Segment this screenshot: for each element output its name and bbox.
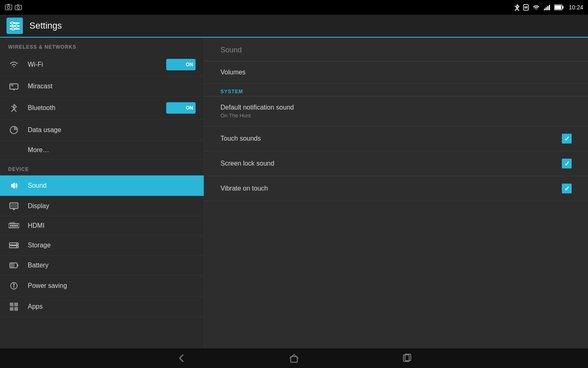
sidebar-item-apps[interactable]: Apps (0, 296, 204, 317)
content-item-volumes[interactable]: Volumes (204, 61, 588, 84)
screen-lock-sound-info: Screen lock sound (220, 160, 562, 167)
svg-rect-17 (10, 28, 20, 29)
sidebar-item-sound[interactable]: Sound (0, 175, 204, 196)
sound-label: Sound (28, 182, 196, 189)
svg-rect-0 (5, 5, 12, 10)
data-usage-icon (8, 126, 20, 135)
status-time: 10:24 (569, 4, 583, 11)
touch-sounds-info: Touch sounds (220, 135, 562, 142)
sidebar-item-data-usage[interactable]: Data usage (0, 120, 204, 141)
page-title: Settings (29, 20, 62, 31)
sidebar-item-more[interactable]: More… (0, 141, 204, 160)
notification-sound-subtitle: On The Hunt (220, 112, 572, 119)
svg-point-4 (17, 7, 20, 9)
data-usage-label: Data usage (28, 126, 196, 134)
svg-rect-5 (17, 4, 19, 6)
svg-rect-7 (524, 6, 528, 9)
storage-label: Storage (28, 242, 196, 249)
battery-icon (8, 261, 20, 269)
vibrate-on-touch-info: Vibrate on touch (220, 185, 562, 192)
touch-sounds-checkbox[interactable] (562, 134, 572, 144)
battery-label: Battery (28, 262, 196, 269)
svg-rect-28 (10, 225, 11, 227)
sound-icon (8, 181, 20, 190)
svg-rect-11 (549, 5, 550, 10)
svg-rect-40 (11, 264, 15, 267)
content-item-touch-sounds[interactable]: Touch sounds (204, 126, 588, 151)
status-bar-left (5, 4, 22, 11)
more-label: More… (28, 146, 196, 154)
svg-point-37 (16, 246, 18, 247)
status-bar: 10:24 (0, 0, 588, 15)
sidebar-item-wifi[interactable]: Wi-Fi ON (0, 53, 204, 76)
bluetooth-toggle[interactable]: ON (166, 102, 196, 114)
wifi-icon (8, 61, 20, 69)
storage-icon (8, 241, 20, 249)
battery-status-icon (554, 4, 564, 10)
content-item-screen-lock-sound[interactable]: Screen lock sound (204, 151, 588, 176)
screen-lock-sound-title: Screen lock sound (220, 160, 562, 167)
miracast-label: Miracast (28, 83, 196, 90)
main-layout: WIRELESS & NETWORKS Wi-Fi ON Miracast Bl… (0, 38, 588, 348)
signal-icon (543, 4, 551, 11)
apps-icon (8, 302, 20, 311)
bluetooth-status-icon (514, 4, 520, 11)
vibrate-on-touch-title: Vibrate on touch (220, 185, 562, 192)
bluetooth-icon (8, 103, 20, 112)
camera-icon (15, 4, 22, 11)
home-button[interactable] (287, 351, 301, 366)
recents-button[interactable] (399, 351, 414, 366)
wifi-label: Wi-Fi (28, 61, 158, 68)
content-item-vibrate-on-touch[interactable]: Vibrate on touch (204, 176, 588, 201)
wifi-toggle[interactable]: ON (166, 59, 196, 70)
svg-rect-32 (17, 225, 18, 227)
sidebar-item-bluetooth[interactable]: Bluetooth ON (0, 96, 204, 120)
svg-rect-13 (562, 6, 564, 9)
hdmi-icon: HDMI (8, 222, 20, 229)
notification-sound-title: Default notification sound (220, 104, 572, 111)
bluetooth-toggle-btn[interactable]: ON (166, 102, 196, 114)
sidebar-item-display[interactable]: Display (0, 196, 204, 216)
svg-rect-46 (14, 307, 18, 311)
touch-sounds-title: Touch sounds (220, 135, 562, 142)
display-label: Display (28, 202, 196, 210)
sidebar-item-hdmi[interactable]: HDMI HDMI (0, 216, 204, 236)
apps-label: Apps (28, 303, 196, 310)
notification-sound-info: Default notification sound On The Hunt (220, 104, 572, 119)
nav-bar (0, 348, 588, 368)
svg-rect-2 (7, 4, 10, 5)
svg-rect-29 (12, 225, 13, 227)
svg-rect-45 (10, 307, 13, 311)
svg-rect-47 (291, 357, 297, 362)
screen-lock-sound-checkbox[interactable] (562, 159, 572, 168)
svg-rect-25 (11, 204, 17, 208)
sidebar-item-battery[interactable]: Battery (0, 256, 204, 276)
svg-point-18 (11, 22, 13, 25)
section-header-device: DEVICE (0, 160, 204, 175)
section-header-wireless: WIRELESS & NETWORKS (0, 38, 204, 53)
svg-rect-9 (546, 7, 547, 10)
svg-rect-14 (555, 6, 561, 9)
sidebar-item-storage[interactable]: Storage (0, 236, 204, 256)
svg-rect-43 (10, 303, 13, 306)
status-bar-right: 10:24 (514, 4, 583, 11)
content-item-notification-sound[interactable]: Default notification sound On The Hunt (204, 96, 588, 126)
title-bar: Settings (0, 15, 588, 38)
content-panel: Sound Volumes SYSTEM Default notificatio… (204, 38, 588, 348)
wifi-toggle-btn[interactable]: ON (166, 59, 196, 70)
svg-rect-8 (544, 9, 545, 10)
sidebar-item-miracast[interactable]: Miracast (0, 76, 204, 96)
bluetooth-label: Bluetooth (28, 104, 158, 112)
sidebar-item-power-saving[interactable]: Power saving (0, 276, 204, 296)
vibrate-on-touch-checkbox[interactable] (562, 184, 572, 193)
sidebar: WIRELESS & NETWORKS Wi-Fi ON Miracast Bl… (0, 38, 204, 348)
svg-rect-16 (10, 25, 20, 27)
svg-rect-21 (10, 84, 18, 89)
svg-point-1 (7, 6, 10, 9)
display-icon (8, 202, 20, 210)
sim-icon (523, 4, 529, 11)
back-button[interactable] (174, 351, 189, 366)
miracast-icon (8, 82, 20, 90)
svg-point-20 (12, 28, 14, 30)
svg-text:HDMI: HDMI (10, 222, 15, 224)
